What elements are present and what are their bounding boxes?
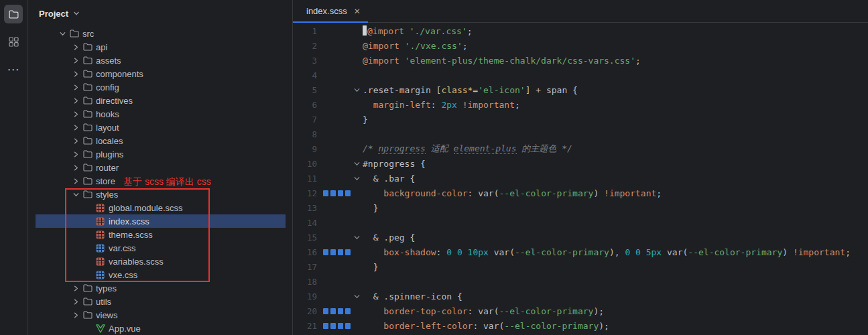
tree-item-views[interactable]: views [27, 308, 292, 322]
tree-item-label: variables.scss [109, 257, 164, 267]
tree-item-router[interactable]: router [27, 161, 292, 174]
folder-icon [82, 310, 93, 320]
folder-icon [82, 162, 93, 173]
tree-item-index.scss[interactable]: index.scss [27, 214, 292, 228]
line-number: 10 [293, 159, 317, 169]
scss-file-icon [95, 216, 106, 226]
color-preview-chip[interactable] [345, 249, 351, 255]
line-number: 9 [293, 144, 317, 154]
tree-item-types[interactable]: types [27, 281, 292, 295]
code-line: 2@import './vxe.css'; [293, 38, 868, 53]
folder-icon [82, 122, 93, 133]
tree-item-layout[interactable]: layout [27, 121, 292, 134]
tool-windows-button[interactable] [4, 32, 23, 51]
project-tool-button[interactable] [4, 5, 23, 23]
folder-icon [82, 149, 93, 159]
tree-item-vxe.css[interactable]: vxe.css [27, 268, 292, 281]
code-area[interactable]: 1@import './var.css';2@import './vxe.css… [293, 23, 868, 335]
color-preview-chip[interactable] [338, 190, 343, 196]
tree-item-plugins[interactable]: plugins [27, 147, 292, 161]
chevron-right-icon[interactable] [70, 95, 82, 106]
tree-item-utils[interactable]: utils [27, 295, 292, 308]
color-preview-chip[interactable] [338, 308, 343, 314]
project-panel-header[interactable]: Project [27, 0, 292, 27]
code-line: 7} [293, 112, 868, 127]
tree-item-app.vue[interactable]: App.vue [27, 322, 292, 335]
tree-item-label: var.css [109, 243, 135, 253]
tree-item-locales[interactable]: locales [27, 134, 292, 147]
tab-close-icon[interactable]: ✕ [354, 7, 361, 16]
color-preview-chip[interactable] [330, 308, 336, 314]
fold-chevron-icon[interactable] [351, 232, 363, 243]
tree-item-global.module.scss[interactable]: global.module.scss [27, 201, 292, 214]
color-preview-chip[interactable] [323, 323, 328, 329]
tree-item-theme.scss[interactable]: theme.scss [27, 228, 292, 241]
chevron-down-icon[interactable] [70, 189, 82, 200]
css-file-icon [95, 243, 106, 253]
color-preview-chip[interactable] [345, 190, 351, 196]
fold-chevron-icon[interactable] [351, 85, 363, 95]
chevron-right-icon[interactable] [70, 82, 82, 92]
chevron-right-icon[interactable] [70, 176, 82, 186]
tree-item-var.css[interactable]: var.css [27, 241, 292, 255]
tree-item-label: locales [96, 136, 123, 146]
tree-item-assets[interactable]: assets [27, 54, 292, 67]
chevron-right-icon[interactable] [70, 310, 82, 320]
color-preview-chip[interactable] [338, 323, 343, 329]
chevron-right-icon[interactable] [70, 42, 82, 52]
code-text: margin-left: 2px !important; [363, 100, 520, 110]
line-number: 6 [293, 100, 317, 110]
chevron-down-icon [72, 9, 81, 18]
tab-label: index.scss [306, 6, 347, 16]
line-number: 19 [293, 291, 317, 302]
code-line: 9/* nprogress 适配 element-plus 的主题色 */ [293, 141, 868, 156]
tree-item-directives[interactable]: directives [27, 94, 292, 107]
chevron-right-icon[interactable] [70, 149, 82, 159]
color-preview-chip[interactable] [345, 323, 351, 329]
color-preview-chip[interactable] [330, 249, 336, 255]
color-preview-chip[interactable] [330, 190, 336, 196]
code-line: 19 & .spinner-icon { [293, 289, 868, 304]
tree-item-hooks[interactable]: hooks [27, 107, 292, 121]
folder-icon [82, 42, 93, 52]
chevron-right-icon[interactable] [70, 283, 82, 293]
more-icon: ⋯ [7, 63, 20, 76]
chevron-right-icon[interactable] [70, 109, 82, 119]
tree-item-config[interactable]: config [27, 80, 292, 94]
fold-chevron-icon[interactable] [351, 174, 363, 184]
editor-tab-bar: index.scss ✕ [293, 0, 868, 23]
code-text: @import './vxe.css'; [363, 41, 468, 51]
scss-file-icon [95, 229, 106, 240]
fold-chevron-icon[interactable] [351, 159, 363, 169]
code-line: 5.reset-margin [class*='el-icon'] + span… [293, 82, 868, 97]
chevron-right-icon[interactable] [70, 162, 82, 173]
tree-item-components[interactable]: components [27, 67, 292, 80]
tree-item-label: views [96, 310, 118, 320]
tab-index-scss[interactable]: index.scss ✕ [293, 0, 368, 22]
project-panel: Project srcapiassetscomponentsconfigdire… [27, 0, 293, 335]
chevron-right-icon[interactable] [70, 122, 82, 133]
color-preview-chip[interactable] [330, 323, 336, 329]
color-preview-chip[interactable] [345, 308, 351, 314]
chevron-right-icon[interactable] [70, 296, 82, 307]
chevron-right-icon[interactable] [70, 135, 82, 146]
code-text: background-color: var(--el-color-primary… [363, 188, 662, 198]
color-preview-chip[interactable] [323, 249, 328, 255]
fold-chevron-icon[interactable] [351, 291, 363, 302]
tree-item-styles[interactable]: styles [27, 188, 292, 201]
code-line: 14 [293, 215, 868, 230]
color-preview-chip[interactable] [338, 249, 343, 255]
code-text: } [363, 203, 378, 213]
folder-icon [82, 55, 93, 66]
more-tool-windows-button[interactable]: ⋯ [4, 60, 23, 78]
chevron-down-icon[interactable] [57, 28, 68, 39]
color-preview-chip[interactable] [323, 308, 328, 314]
color-preview-chip[interactable] [323, 190, 328, 196]
tree-item-src[interactable]: src [27, 27, 292, 40]
tree-item-api[interactable]: api [27, 40, 292, 54]
tree-item-variables.scss[interactable]: variables.scss [27, 255, 292, 268]
chevron-right-icon[interactable] [70, 68, 82, 79]
tree-item-label: src [82, 29, 94, 39]
line-number: 7 [293, 115, 317, 125]
chevron-right-icon[interactable] [70, 55, 82, 66]
